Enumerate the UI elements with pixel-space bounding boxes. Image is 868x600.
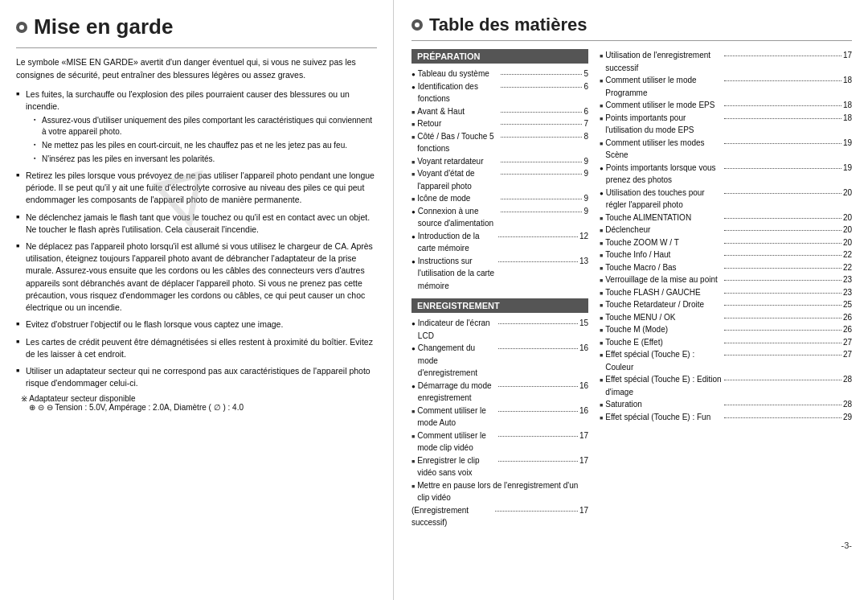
- toc-entry-text: Tableau du système: [418, 68, 499, 80]
- toc-dots: [724, 343, 841, 343]
- toc-item: ●Tableau du système5: [411, 68, 588, 80]
- toc-bullet: ■: [600, 102, 603, 111]
- toc-page-num: 20: [843, 236, 852, 249]
- toc-bullet: ●: [411, 83, 416, 92]
- toc-item: ■Côté / Bas / Touche 5 fonctions8: [411, 130, 588, 155]
- toc-right-item: ■Déclencheur20: [600, 224, 852, 236]
- toc-entry-text: Touche E (Effet): [605, 336, 723, 349]
- toc-item: ■Retour7: [411, 117, 588, 130]
- toc-right-item: ■Effet spécial (Touche E) : Fun29: [600, 411, 852, 424]
- toc-right-item: ■Comment utiliser les modes Scène19: [600, 137, 852, 162]
- toc-bullet: ■: [600, 314, 603, 323]
- toc-bullet: ●: [600, 189, 604, 199]
- toc-dots: [724, 243, 841, 244]
- toc-entry-text: Touche Info / Haut: [605, 249, 723, 261]
- toc-entry-text: Touche ALIMENTATION: [605, 212, 723, 224]
- toc-page-num: 28: [843, 398, 852, 411]
- toc-entry-text: Effet spécial (Touche E) : Fun: [605, 411, 723, 424]
- toc-list-preparation: ●Tableau du système5●Identification des …: [411, 68, 588, 292]
- toc-item: ■Voyant retardateur9: [411, 155, 588, 168]
- right-header-icon: [411, 19, 423, 31]
- toc-left: PRÉPARATION●Tableau du système5●Identifi…: [411, 49, 588, 536]
- toc-page-num: 25: [843, 298, 852, 311]
- toc-entry-text: Comment utiliser le mode EPS: [605, 99, 723, 112]
- toc-bullet: ■: [411, 109, 415, 117]
- right-section-header: Table des matières: [411, 14, 852, 35]
- toc-page-num: 16: [579, 405, 588, 417]
- toc-page-num: 18: [843, 112, 852, 125]
- toc-right-item: ■Touche FLASH / GAUCHE23: [600, 286, 852, 299]
- left-header-icon: [16, 22, 27, 33]
- warning-item: Retirez les piles lorsque vous prévoyez …: [16, 170, 377, 207]
- toc-page-num: 17: [843, 49, 852, 62]
- warning-sub-item: Ne mettez pas les piles en court-circuit…: [34, 140, 377, 151]
- toc-entry-text: Voyant retardateur: [417, 155, 499, 168]
- toc-bullet: ■: [600, 401, 603, 410]
- toc-item: ●Démarrage du mode enregistrement16: [411, 380, 588, 405]
- toc-bullet: ■: [411, 483, 415, 491]
- toc-item: ●Instructions sur l'utilisation de la ca…: [411, 255, 588, 293]
- toc-entry-text: Effet spécial (Touche E) : Edition d'ima…: [605, 373, 723, 398]
- toc-page-num: 22: [843, 249, 852, 261]
- toc-dots: [498, 261, 578, 262]
- toc-page-num: 9: [583, 167, 588, 180]
- toc-section-header-preparation: PRÉPARATION: [411, 49, 588, 64]
- toc-bullet: ■: [600, 240, 603, 249]
- toc-bullet: ●: [411, 208, 416, 217]
- toc-entry-text: Démarrage du mode enregistrement: [418, 380, 497, 405]
- toc-page-num: 13: [579, 255, 588, 268]
- toc-entry-text: Avant & Haut: [417, 105, 499, 118]
- page-number: -3-: [411, 540, 852, 550]
- toc-item: ■Mettre en pause lors de l'enregistremen…: [411, 479, 588, 504]
- toc-bullet: ■: [411, 171, 415, 179]
- toc-dots: [501, 212, 582, 212]
- toc-entry-text: Enregistrer le clip vidéo sans voix: [417, 454, 497, 479]
- toc-entry-text: Indicateur de l'écran LCD: [418, 317, 497, 342]
- left-section-header: Mise en garde: [16, 14, 377, 39]
- toc-dots: [724, 80, 841, 81]
- warning-sub-item: N'insérez pas les piles en inversant les…: [34, 154, 377, 165]
- toc-right-item: ■Touche Retardateur / Droite25: [600, 298, 852, 311]
- toc-dots: [495, 511, 577, 512]
- toc-entry-text: Points importants pour l'utilisation du …: [605, 112, 723, 137]
- toc-entry-text: Effet spécial (Touche E) : Couleur: [605, 348, 723, 373]
- toc-entry-text: Utilisation de l'enregistrement successi…: [605, 49, 723, 74]
- toc-entry-text: Icône de mode: [417, 192, 499, 205]
- toc-dots: [724, 255, 841, 256]
- toc-item: ■Avant & Haut6: [411, 105, 588, 118]
- toc-page-num: 23: [843, 286, 852, 299]
- warning-item: Utiliser un adaptateur secteur qui ne co…: [16, 365, 377, 389]
- toc-dots: [498, 386, 578, 387]
- toc-page-num: 17: [579, 504, 588, 517]
- toc-entry-text: Comment utiliser les modes Scène: [605, 137, 723, 162]
- toc-item: ■Icône de mode9: [411, 192, 588, 205]
- toc-right-item: ■Saturation28: [600, 398, 852, 411]
- toc-item: ●Identification des fonctions6: [411, 80, 588, 105]
- toc-dots: [724, 305, 841, 306]
- toc-bullet: ■: [600, 227, 603, 236]
- toc-entry-text: Identification des fonctions: [418, 80, 499, 105]
- toc-right-item: ■Touche E (Effet)27: [600, 336, 852, 349]
- toc-page-num: 6: [583, 80, 588, 93]
- toc-item: ●Indicateur de l'écran LCD15: [411, 317, 588, 342]
- toc-right-item: ■Touche ALIMENTATION20: [600, 212, 852, 224]
- toc-page-num: 15: [579, 317, 588, 330]
- toc-entry-text: Mettre en pause lors de l'enregistrement…: [417, 479, 588, 504]
- toc-dots: [724, 417, 841, 418]
- toc-page-num: 18: [843, 99, 852, 112]
- toc-entry-text: Instructions sur l'utilisation de la car…: [418, 255, 497, 293]
- toc-bullet: ●: [411, 319, 416, 329]
- toc-dots: [724, 193, 841, 194]
- toc-page-num: 29: [843, 411, 852, 424]
- toc-bullet: ■: [600, 339, 603, 348]
- toc-dots: [501, 112, 583, 113]
- toc-entry-text: Retour: [417, 117, 499, 130]
- toc-dots: [498, 323, 578, 324]
- toc-bullet: ■: [600, 77, 603, 86]
- toc-page-num: 18: [843, 74, 852, 87]
- toc-right-item: ■Effet spécial (Touche E) : Couleur27: [600, 348, 852, 373]
- toc-entry-text: Touche MENU / OK: [605, 311, 723, 324]
- toc-bullet: ●: [411, 70, 416, 80]
- right-panel: Table des matières PRÉPARATION●Tableau d…: [394, 0, 868, 600]
- toc-entry-text: Points importants lorsque vous prenez de…: [606, 162, 723, 187]
